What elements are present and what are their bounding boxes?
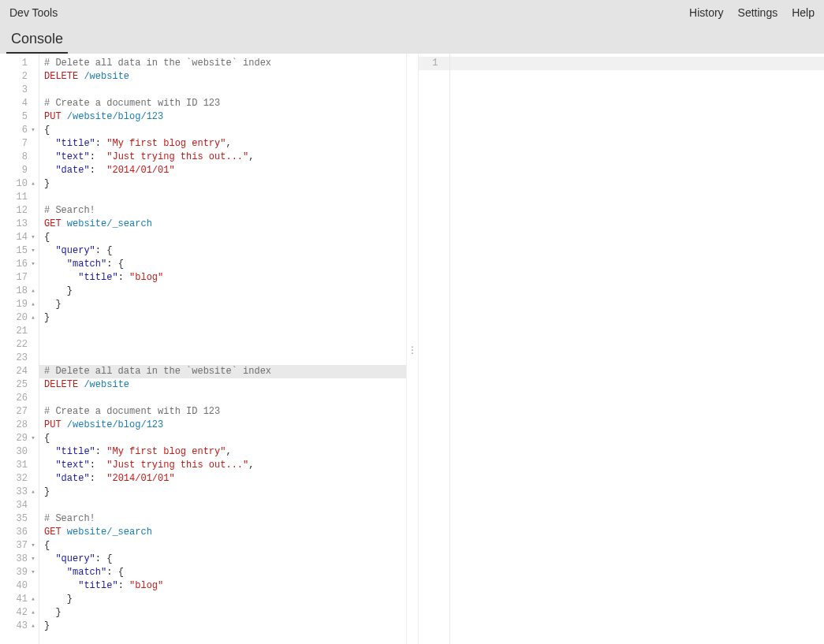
code-line[interactable]: GET website/_search bbox=[39, 218, 406, 231]
fold-toggle-icon[interactable]: ▾ bbox=[29, 244, 37, 258]
fold-toggle-icon[interactable]: ▾ bbox=[29, 124, 37, 137]
code-line[interactable]: # Search! bbox=[39, 204, 406, 218]
code-line[interactable]: "title": "My first blog entry", bbox=[39, 445, 406, 459]
gutter-line: 12 bbox=[0, 204, 39, 218]
help-link[interactable]: Help bbox=[792, 6, 815, 19]
code-line[interactable]: "query": { bbox=[39, 553, 406, 566]
code-line[interactable]: "match": { bbox=[39, 258, 406, 271]
settings-link[interactable]: Settings bbox=[738, 6, 778, 19]
gutter-line: 30 bbox=[0, 445, 39, 459]
workspace: 123456▾78910▴11121314▾15▾16▾1718▴19▴20▴2… bbox=[0, 54, 824, 644]
code-line[interactable]: } bbox=[39, 486, 406, 499]
gutter-line: 32 bbox=[0, 472, 39, 486]
code-line[interactable]: "title": "blog" bbox=[39, 579, 406, 593]
gutter-line: 10▴ bbox=[0, 177, 39, 191]
code-line[interactable]: } bbox=[39, 593, 406, 606]
gutter-line: 21 bbox=[0, 325, 39, 338]
code-line[interactable]: "date": "2014/01/01" bbox=[39, 472, 406, 486]
code-line[interactable]: PUT /website/blog/123 bbox=[39, 110, 406, 124]
pane-divider[interactable]: ··· bbox=[406, 54, 419, 644]
fold-toggle-icon[interactable]: ▴ bbox=[29, 298, 37, 311]
gutter-line: 28 bbox=[0, 419, 39, 432]
gutter-line: 37▾ bbox=[0, 539, 39, 553]
fold-toggle-icon[interactable]: ▴ bbox=[29, 486, 37, 499]
code-line[interactable]: "text": "Just trying this out...", bbox=[39, 151, 406, 164]
code-line[interactable]: "query": { bbox=[39, 244, 406, 258]
code-line[interactable] bbox=[39, 499, 406, 512]
output-pane[interactable]: 1 bbox=[419, 54, 825, 644]
code-line[interactable]: } bbox=[39, 606, 406, 620]
code-line[interactable]: PUT /website/blog/123 bbox=[39, 419, 406, 432]
gutter-line: 23 bbox=[0, 352, 39, 365]
fold-toggle-icon[interactable]: ▴ bbox=[29, 311, 37, 325]
tab-row: Console bbox=[0, 25, 824, 54]
gutter-line: 41▴ bbox=[0, 593, 39, 606]
output-code-area bbox=[450, 54, 825, 644]
code-line[interactable]: "title": "blog" bbox=[39, 271, 406, 285]
code-line[interactable] bbox=[39, 325, 406, 338]
editor-gutter: 123456▾78910▴11121314▾15▾16▾1718▴19▴20▴2… bbox=[0, 54, 39, 644]
code-line[interactable]: { bbox=[39, 432, 406, 445]
fold-toggle-icon[interactable]: ▾ bbox=[29, 539, 37, 553]
fold-toggle-icon[interactable]: ▾ bbox=[29, 553, 37, 566]
editor-pane[interactable]: 123456▾78910▴11121314▾15▾16▾1718▴19▴20▴2… bbox=[0, 54, 406, 644]
gutter-line: 2 bbox=[0, 70, 39, 84]
fold-toggle-icon[interactable]: ▴ bbox=[29, 177, 37, 191]
fold-toggle-icon[interactable]: ▾ bbox=[29, 231, 37, 244]
gutter-line: 17 bbox=[0, 271, 39, 285]
editor-code-area[interactable]: # Delete all data in the `website` index… bbox=[39, 54, 406, 644]
gutter-line: 5 bbox=[0, 110, 39, 124]
fold-toggle-icon[interactable]: ▾ bbox=[29, 566, 37, 579]
code-line[interactable]: "date": "2014/01/01" bbox=[39, 164, 406, 177]
code-line[interactable]: # Create a document with ID 123 bbox=[39, 405, 406, 419]
fold-toggle-icon[interactable]: ▴ bbox=[29, 593, 37, 606]
gutter-line: 43▴ bbox=[0, 620, 39, 633]
code-line[interactable]: # Delete all data in the `website` index bbox=[39, 365, 406, 378]
gutter-line: 38▾ bbox=[0, 553, 39, 566]
drag-handle-icon: ··· bbox=[411, 344, 413, 354]
gutter-line: 1 bbox=[0, 57, 39, 70]
code-line[interactable]: # Delete all data in the `website` index bbox=[39, 57, 406, 70]
code-line[interactable]: } bbox=[39, 311, 406, 325]
gutter-line: 14▾ bbox=[0, 231, 39, 244]
gutter-line: 25 bbox=[0, 378, 39, 392]
code-line[interactable]: "text": "Just trying this out...", bbox=[39, 459, 406, 472]
app-title: Dev Tools bbox=[9, 6, 58, 19]
tab-console[interactable]: Console bbox=[6, 28, 68, 54]
code-line[interactable]: } bbox=[39, 620, 406, 633]
gutter-line: 6▾ bbox=[0, 124, 39, 137]
gutter-line: 26 bbox=[0, 392, 39, 405]
gutter-line: 27 bbox=[0, 405, 39, 419]
code-line[interactable]: DELETE /website bbox=[39, 70, 406, 84]
code-line[interactable]: } bbox=[39, 177, 406, 191]
gutter-line: 35 bbox=[0, 512, 39, 526]
code-line[interactable]: } bbox=[39, 285, 406, 298]
code-line[interactable] bbox=[39, 84, 406, 97]
gutter-line: 1 bbox=[419, 57, 449, 70]
fold-toggle-icon[interactable]: ▾ bbox=[29, 258, 37, 271]
gutter-line: 22 bbox=[0, 338, 39, 352]
code-line[interactable]: DELETE /website bbox=[39, 378, 406, 392]
fold-toggle-icon[interactable]: ▾ bbox=[29, 432, 37, 445]
code-line[interactable]: "title": "My first blog entry", bbox=[39, 137, 406, 151]
code-line[interactable] bbox=[39, 392, 406, 405]
code-line[interactable]: "match": { bbox=[39, 566, 406, 579]
code-line[interactable]: # Search! bbox=[39, 512, 406, 526]
code-line[interactable]: { bbox=[39, 539, 406, 553]
code-line[interactable] bbox=[39, 338, 406, 352]
gutter-line: 31 bbox=[0, 459, 39, 472]
fold-toggle-icon[interactable]: ▴ bbox=[29, 620, 37, 633]
code-line[interactable]: # Create a document with ID 123 bbox=[39, 97, 406, 110]
fold-toggle-icon[interactable]: ▴ bbox=[29, 285, 37, 298]
history-link[interactable]: History bbox=[689, 6, 724, 19]
code-line[interactable]: } bbox=[39, 298, 406, 311]
code-line[interactable] bbox=[39, 352, 406, 365]
code-line[interactable]: GET website/_search bbox=[39, 526, 406, 539]
code-line[interactable]: { bbox=[39, 231, 406, 244]
gutter-line: 19▴ bbox=[0, 298, 39, 311]
code-line[interactable] bbox=[39, 191, 406, 204]
gutter-line: 11 bbox=[0, 191, 39, 204]
gutter-line: 20▴ bbox=[0, 311, 39, 325]
fold-toggle-icon[interactable]: ▴ bbox=[29, 606, 37, 620]
code-line[interactable]: { bbox=[39, 124, 406, 137]
